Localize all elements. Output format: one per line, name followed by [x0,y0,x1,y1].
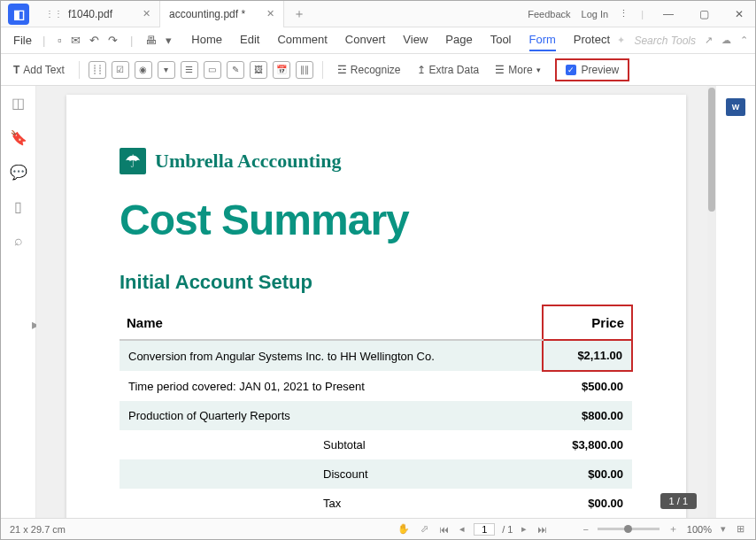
row-price: $2,11.00 [543,340,632,371]
cost-table: Name Price Conversion from Angular Syste… [120,305,633,518]
tab-accounting[interactable]: accounting.pdf * ✕ [160,1,284,27]
list-field-icon[interactable]: ☰ [181,61,198,79]
cloud-icon[interactable]: ☁ [721,35,731,46]
comments-icon[interactable]: 💬 [10,164,27,181]
print-icon[interactable]: 🖶 [145,34,157,47]
more-icon: ☰ [495,64,505,76]
file-menu[interactable]: File [8,34,37,47]
menu-view[interactable]: View [403,29,428,51]
status-bar: 21 x 29.7 cm ✋ ⬀ ⏮ ◂ / 1 ▸ ⏭ − ＋ 100% ▾ … [1,518,755,539]
next-page-icon[interactable]: ▸ [520,523,528,535]
select-tool-icon[interactable]: ⬀ [419,523,430,535]
extra-data-label: Extra Data [429,64,480,76]
first-page-icon[interactable]: ⏮ [437,524,451,535]
page-number-input[interactable] [474,523,495,536]
menu-form[interactable]: Form [529,29,556,51]
search-tools-input[interactable]: Search Tools [634,35,696,47]
right-sidebar: W [716,86,755,520]
section-title: Initial Account Setup [120,271,633,294]
menu-convert[interactable]: Convert [345,29,386,51]
tab-f1040[interactable]: ⋮⋮ f1040.pdf ✕ [36,1,160,27]
document-canvas[interactable]: ☂ Umbrella Acccounting Cost Summary Init… [36,86,716,520]
mail-icon[interactable]: ✉ [71,34,81,47]
menu-bar: File | ▫ ✉ ↶ ↷ | 🖶 ▾ Home Edit Comment C… [1,27,755,54]
add-text-button[interactable]: T Add Text [8,60,70,80]
menu-comment[interactable]: Comment [277,29,327,51]
page-total: / 1 [502,524,513,535]
wand-icon[interactable]: ✦ [617,35,625,46]
new-tab-button[interactable]: ＋ [284,6,314,22]
row-name: Production of Quarterly Reports [120,401,543,430]
chevron-down-icon: ▾ [536,66,541,74]
left-sidebar: ◫ 🔖 💬 ▯ ⌕ ▸ [1,86,36,520]
th-price: Price [543,305,632,340]
preview-label: Preview [582,64,620,76]
radio-field-icon[interactable]: ◉ [135,61,152,79]
extra-data-button[interactable]: ↥ Extra Data [412,60,485,80]
page-dimensions: 21 x 29.7 cm [10,524,66,535]
close-button[interactable]: ✕ [727,2,752,27]
maximize-button[interactable]: ▢ [691,2,716,27]
checkbox-field-icon[interactable]: ☑ [112,61,129,79]
share-icon[interactable]: ↗ [705,35,713,46]
zoom-slider[interactable] [598,528,660,530]
menu-tool[interactable]: Tool [490,29,512,51]
discount-label: Discount [120,459,543,489]
zoom-dropdown-icon[interactable]: ▾ [719,523,728,535]
brand-logo-icon: ☂ [120,148,146,174]
tab-label: f1040.pdf [68,8,112,20]
title-bar: ◧ ⋮⋮ f1040.pdf ✕ accounting.pdf * ✕ ＋ Fe… [1,1,755,27]
minimize-button[interactable]: — [656,2,681,27]
search-panel-icon[interactable]: ⌕ [14,233,23,249]
page-indicator-badge: 1 / 1 [660,493,697,509]
signature-field-icon[interactable]: ✎ [227,61,244,79]
attachments-icon[interactable]: ▯ [14,198,22,215]
login-link[interactable]: Log In [582,9,609,19]
discount-value: $00.00 [543,459,632,489]
recognize-label: Recognize [351,64,401,76]
last-page-icon[interactable]: ⏭ [536,524,549,535]
text-field-icon[interactable]: ┊┊ [89,61,106,79]
chevron-up-icon[interactable]: ⌃ [740,35,748,46]
button-field-icon[interactable]: ▭ [204,61,221,79]
undo-icon[interactable]: ↶ [89,34,99,47]
tax-label: Tax [120,489,543,518]
menu-page[interactable]: Page [445,29,472,51]
subtotal-label: Subtotal [120,430,543,459]
convert-word-icon[interactable]: W [726,98,745,116]
date-field-icon[interactable]: 📅 [273,61,290,79]
save-icon[interactable]: ▫ [58,34,62,47]
tab-label: accounting.pdf * [169,8,245,20]
hand-tool-icon[interactable]: ✋ [396,523,412,535]
image-field-icon[interactable]: 🖼 [250,61,267,79]
close-icon[interactable]: ✕ [266,8,274,19]
thumbnails-icon[interactable]: ◫ [12,95,25,112]
more-vert-icon[interactable]: ⋮ [619,8,629,19]
more-button[interactable]: ☰ More ▾ [490,60,545,80]
th-name: Name [120,305,543,340]
menu-home[interactable]: Home [191,29,222,51]
fit-page-icon[interactable]: ⊞ [735,523,746,535]
app-logo-icon: ◧ [8,4,29,25]
menu-protect[interactable]: Protect [574,29,610,51]
menu-edit[interactable]: Edit [240,29,259,51]
zoom-in-icon[interactable]: ＋ [667,522,680,536]
subtotal-value: $3,800.00 [543,430,632,459]
prev-page-icon[interactable]: ◂ [458,523,467,535]
barcode-field-icon[interactable]: ∥∥ [296,61,313,79]
zoom-out-icon[interactable]: − [581,524,590,535]
text-icon: T [13,64,19,76]
dropdown-field-icon[interactable]: ▾ [158,61,175,79]
close-icon[interactable]: ✕ [143,8,150,19]
feedback-link[interactable]: Feedback [528,9,570,19]
redo-icon[interactable]: ↷ [108,34,118,47]
preview-toggle[interactable]: ✓ Preview [555,58,630,81]
preview-check-icon: ✓ [566,65,576,75]
pdf-page: ☂ Umbrella Acccounting Cost Summary Init… [66,95,686,520]
print-dropdown-icon[interactable]: ▾ [166,34,172,47]
recognize-button[interactable]: ☲ Recognize [332,60,406,80]
zoom-level: 100% [687,524,712,535]
vertical-scrollbar[interactable] [707,86,716,520]
tab-pin-icon: ⋮⋮ [45,9,63,19]
bookmarks-icon[interactable]: 🔖 [10,129,27,146]
